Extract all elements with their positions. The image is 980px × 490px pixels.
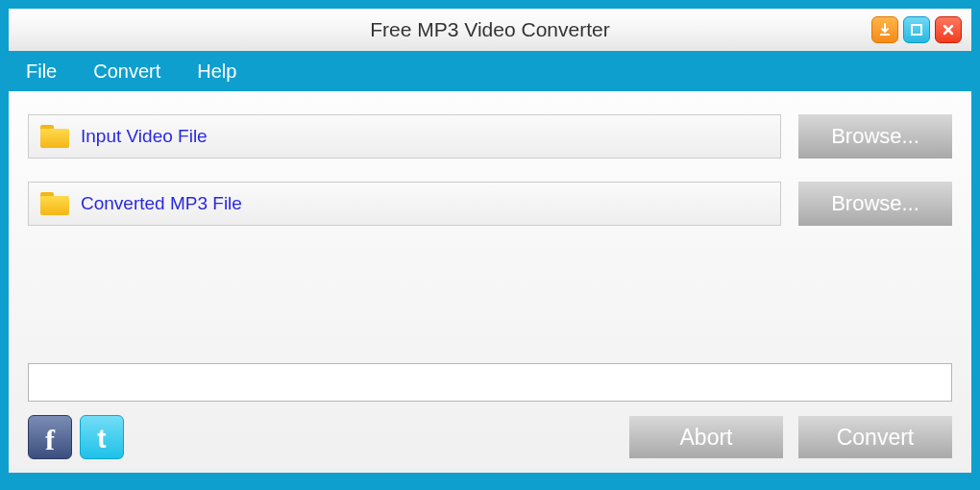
input-file-field[interactable]: Input Video File <box>28 114 781 159</box>
output-file-label: Converted MP3 File <box>81 193 242 214</box>
window-controls <box>871 16 962 43</box>
close-icon <box>942 23 955 37</box>
app-window: Free MP3 Video Converter File Conve <box>0 0 980 490</box>
maximize-button[interactable] <box>903 16 930 43</box>
file-rows: Input Video File Browse... Converted MP3… <box>28 114 952 249</box>
menu-file[interactable]: File <box>20 57 62 86</box>
output-file-field[interactable]: Converted MP3 File <box>28 182 781 226</box>
social-buttons: f t <box>28 415 124 459</box>
facebook-icon: f <box>45 424 55 456</box>
twitter-button[interactable]: t <box>80 415 124 459</box>
menu-help[interactable]: Help <box>191 57 242 86</box>
menubar: File Convert Help <box>9 51 971 91</box>
menu-convert[interactable]: Convert <box>87 57 166 86</box>
close-button[interactable] <box>935 16 962 43</box>
browse-output-button[interactable]: Browse... <box>798 182 952 226</box>
maximize-icon <box>910 23 923 37</box>
input-file-row: Input Video File Browse... <box>28 114 952 159</box>
folder-icon <box>40 125 69 148</box>
svg-rect-0 <box>880 34 890 36</box>
svg-rect-1 <box>912 25 921 35</box>
download-button[interactable] <box>871 16 898 43</box>
convert-button[interactable]: Convert <box>798 416 952 458</box>
input-file-label: Input Video File <box>81 126 208 147</box>
app-title: Free MP3 Video Converter <box>370 18 609 41</box>
content-area: Input Video File Browse... Converted MP3… <box>9 91 971 473</box>
output-file-row: Converted MP3 File Browse... <box>28 182 952 226</box>
action-buttons: Abort Convert <box>629 416 952 458</box>
bottom-area: f t Abort Convert <box>28 363 952 459</box>
twitter-icon: t <box>97 424 106 454</box>
folder-icon <box>40 192 69 215</box>
progress-bar <box>28 363 952 402</box>
titlebar: Free MP3 Video Converter <box>9 9 971 51</box>
abort-button[interactable]: Abort <box>629 416 783 458</box>
browse-input-button[interactable]: Browse... <box>798 114 952 159</box>
facebook-button[interactable]: f <box>28 415 72 459</box>
footer-row: f t Abort Convert <box>28 415 952 459</box>
download-icon <box>877 22 893 37</box>
